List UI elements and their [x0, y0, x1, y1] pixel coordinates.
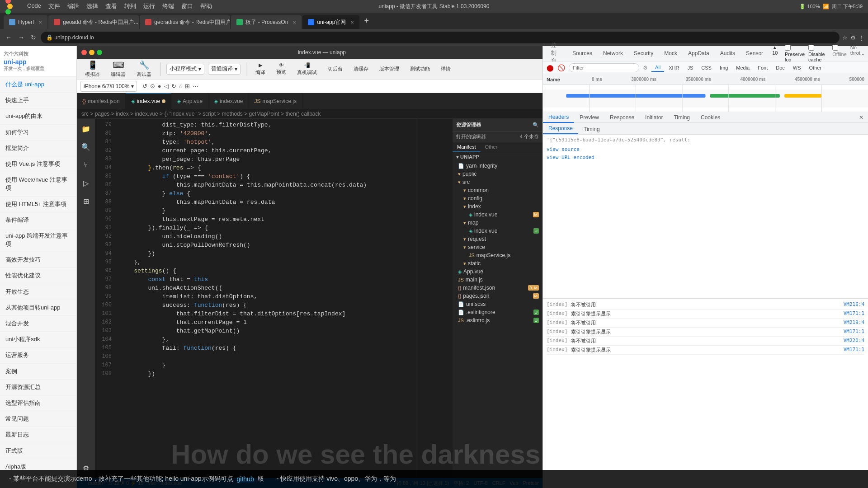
minimize-button[interactable]: [7, 4, 13, 9]
refresh-icon[interactable]: ↻: [171, 83, 176, 89]
address-bar[interactable]: 🔒 uniapp.dcloud.io: [41, 32, 840, 43]
code-content[interactable]: dist_type: this.filterDistType, zip: '42…: [115, 119, 416, 478]
tree-item-config[interactable]: ▾ config: [453, 194, 542, 202]
filter-other[interactable]: Other: [806, 64, 826, 72]
browser-tab-hyperf[interactable]: Hyperf ✕: [4, 15, 47, 29]
sidebar-item-sdk[interactable]: uni小程序sdk: [0, 332, 76, 347]
sidebar-item-html5[interactable]: 使用 HTML5+ 注意事项: [0, 197, 76, 212]
forward-button[interactable]: →: [16, 32, 26, 43]
detail-tab-preview[interactable]: Preview: [574, 113, 604, 122]
menu-icon[interactable]: ⋮: [859, 34, 864, 41]
details-button[interactable]: 详情: [437, 64, 454, 74]
sidebar-item-tips[interactable]: 高效开发技巧: [0, 252, 76, 268]
sidebar-item-quickstart[interactable]: 快速上手: [0, 93, 76, 108]
throttle-select[interactable]: No throt...: [850, 45, 864, 62]
tree-item-main_js[interactable]: JS main.js: [453, 276, 542, 284]
vscode-minimize[interactable]: [89, 50, 94, 55]
menu-goto[interactable]: 转到: [124, 2, 136, 10]
device-selector[interactable]: iPhone 6/7/8 100% ▾: [80, 81, 137, 92]
devtools-tab-audits[interactable]: Audits: [716, 48, 740, 59]
filter-media[interactable]: Media: [732, 64, 753, 72]
response-tab-timing[interactable]: Timing: [578, 124, 605, 134]
sidebar-item-performance[interactable]: 性能优化建议: [0, 268, 76, 284]
search-icon[interactable]: 🔍: [533, 122, 539, 128]
sidebar-item-migrate[interactable]: 从其他项目转uni-app: [0, 300, 76, 316]
sidebar-item-changelog[interactable]: 最新日志: [0, 427, 76, 443]
filter-xhr[interactable]: XHR: [665, 64, 683, 72]
sidebar-item-what-is-uniapp[interactable]: 什么是 uni-app: [0, 77, 76, 93]
source-control-icon[interactable]: ⑂: [80, 159, 92, 171]
screenshot-icon[interactable]: ⊙: [150, 83, 155, 89]
search-icon[interactable]: 🔍: [80, 141, 92, 153]
tab-mapservice[interactable]: JS mapService.js: [249, 93, 302, 109]
devtools-tab-sources[interactable]: Sources: [568, 48, 597, 59]
sidebar-item-vuejs[interactable]: 使用 Vue.js 注意事项: [0, 156, 76, 172]
mac-window-controls[interactable]: [5, 0, 14, 14]
tab-manifest[interactable]: {} manifest.json: [77, 93, 126, 109]
sidebar-item-operations[interactable]: 运营服务: [0, 347, 76, 363]
sidebar-item-stable[interactable]: 正式版: [0, 443, 76, 459]
prev-icon[interactable]: ◁: [164, 83, 169, 89]
browser-tab-geoadd[interactable]: geoadd 命令 - Redis中国用户... ✕: [48, 15, 139, 29]
rotate-left-icon[interactable]: ↺: [142, 83, 147, 89]
filter-icon[interactable]: ⚙: [643, 65, 648, 71]
menu-select[interactable]: 选择: [86, 2, 98, 10]
sidebar-item-learn[interactable]: 如何学习: [0, 125, 76, 141]
filter-doc[interactable]: Doc: [772, 64, 788, 72]
tree-item-map[interactable]: ▾ map: [453, 219, 542, 227]
close-icon[interactable]: ✕: [38, 20, 42, 25]
close-icon[interactable]: ✕: [292, 20, 296, 25]
compile-button[interactable]: ▶ 编译: [252, 61, 269, 78]
browser-tab-processon[interactable]: 板子 - ProcessOn ✕: [231, 15, 302, 29]
maximize-button[interactable]: [5, 9, 11, 14]
close-detail-icon[interactable]: ✕: [854, 114, 868, 121]
compile-mode-selector[interactable]: 普通编译 ▾: [208, 64, 241, 75]
offline-checkbox[interactable]: [832, 45, 838, 51]
sidebar-item-origin[interactable]: uni-app的由来: [0, 108, 76, 124]
more-icon[interactable]: ⋯: [193, 83, 198, 89]
tree-item-index_vue[interactable]: ◈ index.vue M: [453, 211, 542, 219]
detail-tab-response[interactable]: Response: [604, 113, 640, 122]
tree-item-request[interactable]: ▾ request: [453, 235, 542, 243]
tab-app-vue[interactable]: ◈ App.vue: [171, 93, 208, 109]
simulator-button[interactable]: 📱 模拟器: [81, 58, 104, 80]
tree-item-mapService_js[interactable]: JS mapService.js: [453, 251, 542, 259]
tree-item-index[interactable]: ▾ index: [453, 202, 542, 211]
home-icon[interactable]: ⌂: [179, 83, 183, 89]
vscode-maximize[interactable]: [97, 50, 102, 55]
preserve-log-checkbox[interactable]: [785, 45, 791, 51]
menu-help[interactable]: 帮助: [200, 2, 212, 10]
tab-index-vue2[interactable]: ◈ index.vue: [208, 93, 249, 109]
sidebar-item-faq[interactable]: 常见问题: [0, 411, 76, 427]
sidebar-item-hybrid[interactable]: 混合开发: [0, 316, 76, 332]
close-button[interactable]: [5, 0, 11, 4]
clear-icon[interactable]: 🚫: [557, 64, 565, 71]
manifest-tab[interactable]: Manifest: [453, 142, 481, 152]
filter-ws[interactable]: WS: [789, 64, 805, 72]
extension-icon[interactable]: ⚙: [850, 34, 856, 41]
close-icon[interactable]: ✕: [350, 20, 354, 25]
github-link[interactable]: github: [237, 475, 254, 483]
menu-terminal[interactable]: 终端: [162, 2, 174, 10]
explorer-icon[interactable]: 📁: [80, 122, 92, 135]
tree-item-src[interactable]: ▾ src: [453, 178, 542, 186]
filter-js[interactable]: JS: [684, 64, 697, 72]
background-button[interactable]: 切后台: [324, 64, 346, 74]
devtools-tab-sensor[interactable]: Sensor: [741, 48, 768, 59]
detail-tab-cookies[interactable]: Cookies: [695, 113, 726, 122]
back-button[interactable]: ←: [4, 32, 14, 43]
new-tab-button[interactable]: +: [360, 16, 373, 26]
sidebar-item-opensource[interactable]: 开源资源汇总: [0, 380, 76, 395]
tree-item-pages_json[interactable]: {} pages.json M: [453, 292, 542, 300]
sidebar-item-framework[interactable]: 框架简介: [0, 141, 76, 156]
debug-icon[interactable]: ▷: [80, 177, 92, 189]
bookmark-icon[interactable]: ☆: [842, 34, 848, 41]
tree-item-_eslintignore[interactable]: 📄 .eslintignore U: [453, 308, 542, 316]
device-debug-button[interactable]: 📲 真机调试: [293, 61, 321, 78]
devtools-tab-network[interactable]: Network: [599, 48, 627, 59]
tree-item-service[interactable]: ▾ service: [453, 243, 542, 251]
sidebar-item-eval[interactable]: 选型评估指南: [0, 395, 76, 411]
clear-cache-button[interactable]: 清缓存: [350, 64, 372, 74]
sidebar-item-weex[interactable]: 使用 Weex/nvue 注意事项: [0, 172, 76, 196]
code-editor[interactable]: 7980818283848586878889909192939495969798…: [95, 119, 416, 478]
